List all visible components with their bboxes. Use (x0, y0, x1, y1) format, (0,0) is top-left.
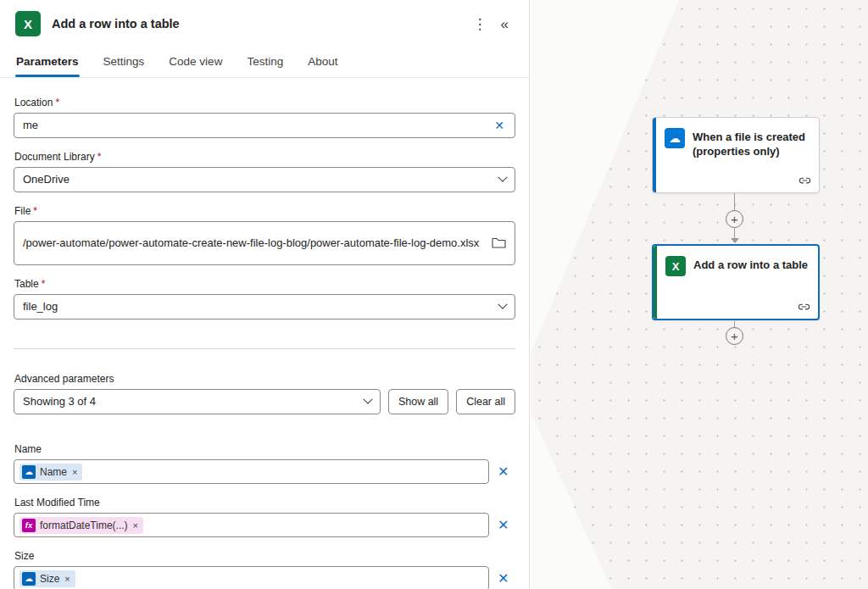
action-card-title: Add a row into a table (693, 256, 808, 272)
size-input[interactable]: ☁ Size × (14, 566, 489, 589)
table-label: Table* (14, 278, 515, 290)
document-library-label: Document Library* (14, 151, 515, 163)
required-asterisk: * (33, 205, 37, 217)
expression-token-label: formatDateTime(...) (40, 520, 128, 531)
location-label: Location* (14, 97, 515, 108)
name-field-row: ☁ Name × ✕ (14, 459, 515, 484)
trigger-card-title: When a file is created (properties only) (693, 128, 810, 158)
trigger-card[interactable]: ☁ When a file is created (properties onl… (652, 117, 820, 193)
fx-icon: fx (22, 519, 36, 532)
link-icon[interactable] (798, 173, 811, 188)
name-token[interactable]: ☁ Name × (19, 464, 82, 481)
panel-header: X Add a row into a table ⋮ « (0, 0, 529, 45)
link-icon[interactable] (798, 299, 810, 314)
action-config-panel: X Add a row into a table ⋮ « Parameters … (0, 0, 530, 589)
location-value: me (23, 117, 492, 134)
remove-token-icon[interactable]: × (133, 520, 138, 531)
remove-token-icon[interactable]: × (64, 574, 70, 584)
clear-all-button[interactable]: Clear all (456, 389, 515, 414)
insert-step-button[interactable]: + (726, 210, 743, 228)
parameters-form: Location* me ✕ Document Library* OneDriv… (0, 78, 529, 589)
tab-code-view[interactable]: Code view (168, 50, 223, 77)
remove-token-icon[interactable]: × (72, 467, 77, 477)
advanced-parameters-label: Advanced parameters (14, 373, 515, 385)
clear-last-modified-time-icon[interactable]: ✕ (498, 517, 509, 533)
more-menu-icon[interactable]: ⋮ (466, 14, 494, 35)
show-all-button[interactable]: Show all (388, 389, 448, 414)
action-card[interactable]: X Add a row into a table (652, 244, 820, 320)
connector-arrow-icon (731, 238, 739, 243)
clear-location-icon[interactable]: ✕ (492, 119, 506, 132)
add-step-button[interactable]: + (726, 327, 743, 345)
file-value: /power-automate/power-automate-create-ne… (23, 235, 485, 252)
size-label: Size (14, 550, 515, 562)
connector-line (734, 227, 735, 239)
document-library-value: OneDrive (23, 171, 499, 188)
required-asterisk: * (42, 278, 46, 290)
flow-canvas[interactable]: ☁ When a file is created (properties onl… (531, 0, 868, 589)
size-token-label: Size (40, 573, 59, 585)
tab-about[interactable]: About (307, 50, 338, 77)
onedrive-icon: ☁ (22, 465, 36, 479)
chevron-down-icon (498, 300, 507, 309)
clear-name-icon[interactable]: ✕ (498, 464, 509, 480)
required-asterisk: * (97, 151, 102, 163)
advanced-parameters-select[interactable]: Showing 3 of 4 (14, 389, 381, 414)
advanced-parameters-value: Showing 3 of 4 (23, 393, 364, 410)
panel-tabs: Parameters Settings Code view Testing Ab… (0, 45, 529, 78)
advanced-parameters-row: Showing 3 of 4 Show all Clear all (14, 389, 515, 414)
tab-testing[interactable]: Testing (246, 50, 284, 77)
action-accent-bar (654, 246, 657, 319)
last-modified-time-label: Last Modified Time (14, 497, 515, 508)
section-divider (14, 348, 515, 349)
size-field-row: ☁ Size × ✕ (14, 566, 515, 589)
file-label-text: File (14, 205, 31, 217)
table-label-text: Table (14, 278, 39, 290)
document-library-label-text: Document Library (14, 151, 95, 163)
trigger-card-body: ☁ When a file is created (properties onl… (653, 118, 819, 158)
name-input[interactable]: ☁ Name × (14, 459, 489, 484)
trigger-accent-bar (653, 118, 656, 192)
document-library-select[interactable]: OneDrive (14, 167, 515, 192)
name-label: Name (14, 443, 515, 455)
last-modified-time-field-row: fx formatDateTime(...) × ✕ (14, 513, 515, 537)
clear-size-icon[interactable]: ✕ (498, 570, 509, 586)
expression-token[interactable]: fx formatDateTime(...) × (19, 517, 143, 534)
onedrive-icon: ☁ (665, 128, 685, 148)
excel-icon: X (15, 11, 41, 36)
folder-picker-icon[interactable] (492, 236, 506, 251)
chevron-down-icon (363, 395, 372, 404)
location-label-text: Location (14, 97, 53, 108)
connector-line (734, 193, 735, 211)
chevron-down-icon (498, 173, 507, 182)
panel-title: Add a row into a table (52, 17, 466, 31)
onedrive-icon: ☁ (22, 572, 36, 586)
file-label: File* (14, 205, 515, 217)
file-input[interactable]: /power-automate/power-automate-create-ne… (14, 221, 515, 265)
last-modified-time-input[interactable]: fx formatDateTime(...) × (14, 513, 489, 537)
tab-settings[interactable]: Settings (103, 50, 146, 77)
action-card-body: X Add a row into a table (654, 246, 818, 276)
tab-parameters[interactable]: Parameters (15, 50, 80, 77)
excel-icon: X (665, 256, 686, 276)
name-token-label: Name (40, 466, 67, 478)
table-select[interactable]: file_log (14, 294, 515, 320)
table-value: file_log (23, 298, 499, 315)
location-input[interactable]: me ✕ (14, 113, 515, 138)
size-token[interactable]: ☁ Size × (19, 570, 75, 587)
required-asterisk: * (55, 97, 59, 108)
collapse-panel-icon[interactable]: « (494, 14, 515, 35)
